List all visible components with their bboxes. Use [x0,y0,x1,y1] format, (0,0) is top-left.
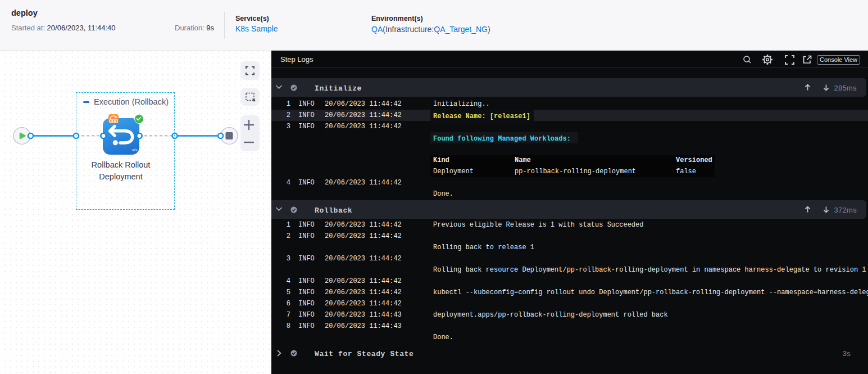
svg-text:</>: </> [131,147,138,152]
